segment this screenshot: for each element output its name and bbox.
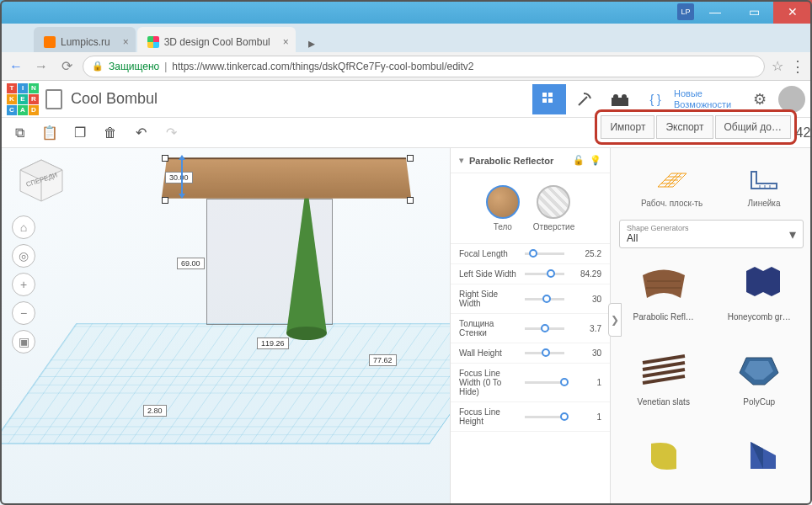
window-maximize-button[interactable]: ▭ bbox=[735, 0, 773, 24]
property-row: Left Side Width 84.29 bbox=[451, 264, 610, 284]
import-button[interactable]: Импорт bbox=[601, 115, 654, 139]
pickaxe-icon bbox=[575, 90, 594, 109]
reload-button[interactable]: ⟳ bbox=[57, 58, 76, 74]
shape-thumbnail bbox=[721, 257, 797, 311]
bulb-icon[interactable]: 💡 bbox=[590, 155, 601, 166]
property-slider[interactable] bbox=[525, 298, 564, 300]
tab-tinkercad[interactable]: 3D design Cool Bombul × bbox=[137, 27, 296, 52]
property-slider[interactable] bbox=[525, 352, 564, 354]
grid-icon bbox=[541, 91, 558, 108]
zoom-out-button[interactable]: − bbox=[12, 301, 35, 325]
ortho-button[interactable]: ▣ bbox=[12, 330, 35, 354]
shape-card[interactable]: PolyCup bbox=[715, 342, 804, 420]
chevron-down-icon[interactable]: ▾ bbox=[459, 155, 464, 166]
browser-menu-button[interactable]: ⋮ bbox=[790, 57, 805, 76]
copy-button[interactable]: ⧉ bbox=[8, 122, 30, 144]
new-tab-button[interactable]: ▸ bbox=[301, 34, 323, 52]
bookmark-star-icon[interactable]: ☆ bbox=[772, 58, 783, 74]
shape-name: Honeycomb gr… bbox=[728, 312, 791, 322]
shape-card[interactable] bbox=[715, 428, 804, 497]
window-minimize-button[interactable]: — bbox=[696, 0, 735, 24]
close-icon[interactable]: × bbox=[283, 36, 289, 48]
ruler-icon bbox=[746, 167, 782, 194]
view-controls: ⌂ ◎ + − ▣ bbox=[12, 215, 35, 354]
selection-handle[interactable] bbox=[407, 197, 414, 204]
window-close-button[interactable]: ✕ bbox=[773, 0, 812, 24]
property-value[interactable]: 1 bbox=[571, 412, 601, 422]
delete-button[interactable]: 🗑 bbox=[99, 122, 121, 144]
property-slider[interactable] bbox=[525, 327, 564, 330]
property-value[interactable]: 3.7 bbox=[571, 324, 601, 333]
lock-icon: 🔒 bbox=[92, 61, 104, 72]
panel-collapse-handle[interactable]: ❯ bbox=[608, 303, 622, 337]
undo-button[interactable]: ↶ bbox=[130, 122, 152, 144]
zoom-in-button[interactable]: + bbox=[12, 273, 35, 296]
selection-handle[interactable] bbox=[162, 155, 168, 162]
cone-shape[interactable] bbox=[286, 182, 327, 333]
duplicate-button[interactable]: ❐ bbox=[69, 122, 91, 144]
svg-rect-4 bbox=[612, 98, 628, 106]
forward-button[interactable]: → bbox=[32, 59, 51, 74]
hole-option[interactable]: Отверстие bbox=[533, 185, 574, 231]
url-text: https://www.tinkercad.com/things/dskQfRC… bbox=[172, 61, 473, 72]
close-icon[interactable]: × bbox=[123, 36, 129, 48]
category-value: All bbox=[627, 232, 796, 244]
lock-icon[interactable]: 🔓 bbox=[573, 155, 585, 166]
tab-lumpics[interactable]: Lumpics.ru × bbox=[34, 27, 136, 52]
selection-handle[interactable] bbox=[407, 155, 414, 162]
view-cube[interactable]: СПЕРЕДИ bbox=[12, 153, 71, 204]
shape-card[interactable]: Venetian slats bbox=[619, 342, 708, 420]
back-button[interactable]: ← bbox=[7, 59, 25, 74]
dimension-label[interactable]: 77.62 bbox=[369, 354, 397, 366]
omnibox[interactable]: 🔒 Защищено | https://www.tinkercad.com/t… bbox=[83, 56, 765, 77]
fit-view-button[interactable]: ◎ bbox=[12, 244, 35, 268]
selection-handle[interactable] bbox=[162, 197, 168, 204]
share-button[interactable]: Общий до… bbox=[715, 115, 792, 139]
workplane-tool[interactable]: Рабоч. плоск-ть bbox=[641, 165, 702, 208]
property-label: Left Side Width bbox=[459, 269, 518, 279]
dimension-label[interactable]: 69.00 bbox=[177, 258, 205, 269]
dimension-label[interactable]: 2.80 bbox=[143, 405, 167, 417]
property-slider[interactable] bbox=[525, 416, 564, 418]
svg-rect-1 bbox=[548, 93, 553, 97]
property-value[interactable]: 30 bbox=[571, 348, 601, 358]
solid-option[interactable]: Тело bbox=[486, 185, 520, 231]
tinkercad-logo[interactable]: TIN KER CAD bbox=[7, 83, 39, 115]
paste-button[interactable]: 📋 bbox=[39, 122, 61, 144]
workplane-label: Рабоч. плоск-ть bbox=[641, 199, 702, 208]
ruler-tool[interactable]: Линейка bbox=[746, 165, 782, 208]
shape-thumbnail bbox=[721, 428, 797, 481]
property-value[interactable]: 30 bbox=[571, 295, 601, 304]
3d-viewport[interactable]: СПЕРЕДИ ⌂ ◎ + − ▣ 30.00 69.00 119.26 77.… bbox=[0, 148, 450, 505]
property-value[interactable]: 25.2 bbox=[571, 249, 601, 258]
main-area: СПЕРЕДИ ⌂ ◎ + − ▣ 30.00 69.00 119.26 77.… bbox=[0, 148, 812, 505]
parabolic-reflector-shape[interactable] bbox=[162, 157, 411, 198]
shape-category-select[interactable]: Shape Generators All ▾ bbox=[619, 220, 804, 248]
property-slider[interactable] bbox=[525, 381, 564, 384]
home-icon: ⌂ bbox=[20, 221, 27, 234]
property-label: Толщина Стенки bbox=[459, 319, 518, 338]
lego-icon bbox=[610, 91, 630, 108]
tab-label: Lumpics.ru bbox=[61, 36, 110, 48]
redo-button[interactable]: ↷ bbox=[160, 122, 182, 144]
property-row: Focus Line Height 1 bbox=[451, 402, 610, 432]
shape-thumbnail bbox=[626, 257, 702, 311]
shape-name: PolyCup bbox=[743, 397, 775, 407]
pickaxe-button[interactable] bbox=[568, 84, 601, 114]
property-value[interactable]: 84.29 bbox=[571, 269, 601, 279]
property-row: Focus Line Width (0 To Hide) 1 bbox=[451, 364, 610, 402]
property-slider[interactable] bbox=[525, 273, 564, 275]
export-button[interactable]: Экспорт bbox=[656, 115, 713, 139]
shape-card[interactable]: Parabolic Refl… bbox=[619, 257, 708, 335]
home-view-button[interactable]: ⌂ bbox=[12, 215, 35, 239]
view-grid-button[interactable] bbox=[532, 84, 566, 114]
user-avatar[interactable] bbox=[778, 86, 805, 113]
property-label: Focus Line Height bbox=[459, 407, 518, 426]
design-name[interactable]: Cool Bombul bbox=[71, 90, 532, 108]
dimension-label[interactable]: 119.26 bbox=[257, 338, 289, 349]
shape-card[interactable] bbox=[619, 428, 708, 497]
news-link[interactable]: НовыеВозможности bbox=[674, 88, 741, 109]
property-value[interactable]: 1 bbox=[571, 378, 601, 387]
shape-card[interactable]: Honeycomb gr… bbox=[715, 257, 804, 335]
property-slider[interactable] bbox=[525, 252, 564, 255]
